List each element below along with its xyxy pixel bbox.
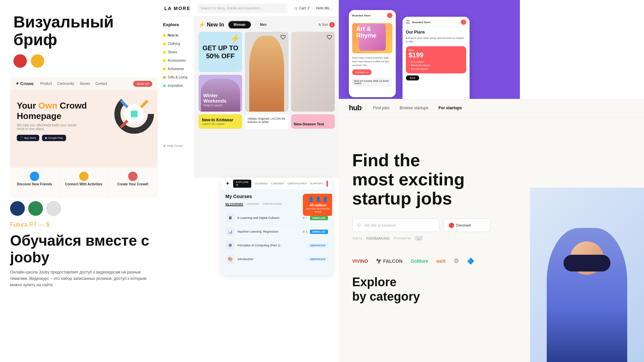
svg-line-3: [141, 101, 148, 107]
fashion-dot-accessories: [163, 59, 166, 62]
hub-main: Find themost excitingstartup jobs Job ti…: [339, 117, 644, 362]
fashion-knitwear-title: New-In Knitwear: [202, 118, 239, 122]
fashion-person-orange-card: [245, 32, 288, 112]
fashion-dot-newin: [163, 34, 166, 37]
fashion-product-card: Adidas Originals LXCON 94 trainers in wh…: [245, 114, 288, 129]
hub-nav-forstartups[interactable]: For startups: [438, 106, 462, 110]
app-book-button[interactable]: Book: [406, 75, 419, 80]
fashion-nav-newin[interactable]: New In: [158, 31, 194, 40]
courses-world-icons: 👤 👤 👤: [306, 196, 330, 202]
courses-row-2: 📊 Machine Learning: Regression B:4 ENROL…: [225, 225, 328, 239]
hub-location-input[interactable]: 🔴 Denmark: [443, 219, 490, 232]
jooby-color-green: [28, 201, 43, 216]
courses-name-2: Machine Learning: Regression: [237, 230, 300, 233]
crowd-signup-button[interactable]: SIGN UP: [133, 81, 152, 87]
app-award: Best Art Curator 2023 LA Artist Award: [352, 78, 392, 87]
google-play-button[interactable]: ▶ Google Play: [42, 135, 66, 141]
courses-icon-2: 📊: [225, 227, 235, 236]
crowd-nav-stories[interactable]: Stories: [79, 82, 90, 85]
fashion-promo-text: GET UP TO 50% OFF: [202, 44, 239, 60]
fashion-logo: LA MORE: [164, 6, 191, 11]
courses-tab-content[interactable]: CONTENT: [247, 202, 260, 206]
fashion-promo-deco: ⚡: [230, 34, 240, 43]
app-phone-plans-logo: Branded Store: [412, 21, 431, 24]
app-award-text: Best Art Curator 2023 LA Artist Award: [354, 80, 390, 84]
courses-btn-2[interactable]: ENROLLED: [310, 230, 328, 234]
fashion-filter-women[interactable]: Woman: [228, 21, 251, 28]
courses-btn-4[interactable]: CERTIFICATE: [307, 257, 328, 261]
app-contact-button[interactable]: Contact us: [352, 69, 372, 75]
crowd-nav-community[interactable]: Community: [57, 82, 74, 85]
fashion-search[interactable]: Search for items, brands and inspiration…: [197, 4, 287, 13]
hub-nav-findjobs[interactable]: Find jobs: [373, 106, 389, 110]
app-plans-sub: Enhance your skills today and become an …: [406, 37, 466, 44]
app-plans-header: Our Plans: [406, 30, 466, 35]
crowd-nav-product[interactable]: Product: [40, 82, 52, 85]
app-art-desc: Don't miss Flash Summer Sale from end fa…: [352, 56, 392, 67]
crowd-body: Your Own CrowdHomepage We help you effec…: [10, 90, 158, 144]
fashion-promo-card: ⚡ GET UP TO 50% OFF: [199, 32, 242, 72]
fashion-help-center[interactable]: Help Center: [163, 144, 333, 147]
fashion-section: LA MORE Search for items, brands and ins…: [158, 0, 339, 178]
fashion-filter-men[interactable]: Men: [255, 21, 272, 28]
hub-nav-browse[interactable]: Browse startups: [399, 106, 428, 110]
fashion-dot-clothing: [163, 43, 166, 45]
fashion-grid: ⚡ GET UP TO 50% OFF Winter Weekends Keep…: [199, 32, 335, 129]
app-phone-art-header: Branded Store: [349, 10, 396, 20]
courses-logo: ✦: [225, 180, 230, 187]
fashion-nav-clothing[interactable]: Clothing: [158, 40, 194, 48]
fashion-nav-gifts[interactable]: Gifts & Living: [158, 73, 194, 81]
crowd-footer-create: Create Your Crowd!: [108, 168, 158, 198]
hub-partner-gomore: GoMore: [411, 258, 428, 264]
svg-marker-8: [231, 59, 236, 69]
fashion-sneakers-wishlist-btn[interactable]: [327, 35, 332, 41]
crowd-logo: ✦ Crowe: [15, 81, 34, 86]
jooby-color-blue: [10, 201, 25, 216]
courses-learners-text: learners around the world: [306, 207, 330, 213]
fashion-hello: Hello Mo...: [316, 6, 332, 10]
fashion-dot-shoes: [163, 51, 166, 54]
courses-tab-certs[interactable]: CERTIFICATES: [263, 202, 282, 206]
courses-body: My Courses My COURSES CONTENT CERTIFICAT…: [221, 190, 332, 270]
fashion-nav-accessories[interactable]: Accessories: [158, 56, 194, 65]
courses-row-4: 🎨 Introduction CERTIFICATE: [225, 252, 328, 266]
courses-tab-mycourses[interactable]: My COURSES: [225, 202, 243, 206]
crowd-footer: Discover New Friends Connect With Activi…: [10, 168, 158, 198]
courses-name-1: E-Learning and Digital Cultures: [237, 216, 300, 220]
hub-sold-by-name: RAINMAKING: [366, 236, 390, 240]
fashion-section-title: ⚡ New In: [199, 21, 224, 28]
courses-btn-3[interactable]: CERTIFICATE: [307, 243, 328, 248]
app-phone-plans-dot: [461, 19, 466, 25]
fashion-product-name: Adidas Originals LXCON 94 trainers in wh…: [248, 117, 286, 124]
fashion-knitwear-card: New-In Knitwear Layers. On. Layers: [199, 114, 242, 129]
hub-search-input[interactable]: Job title or keyword: [352, 219, 439, 232]
hub-partner-welt: welt: [436, 258, 445, 264]
app-store-button[interactable]: 📱 App Store: [17, 135, 39, 141]
svg-rect-5: [131, 111, 138, 117]
fashion-winter-title: Winter Weekends: [203, 93, 237, 104]
fashion-new-season-card: New-Season Text: [291, 114, 335, 129]
courses-explore-btn[interactable]: EXPLORE ▼: [233, 180, 251, 188]
hub-location-text: Denmark: [456, 223, 471, 227]
hub-section: hub· Find jobs Browse startups For start…: [339, 99, 644, 362]
fashion-sort[interactable]: ⇅ Sort 1: [318, 22, 335, 27]
courses-btn-1[interactable]: ENROLLED: [310, 216, 328, 220]
app-phone-plans: ☰ Branded Store Our Plans Enhance your s…: [402, 17, 470, 99]
fashion-nav-inspiration[interactable]: Inspiration: [158, 81, 194, 90]
crowd-footer-friends: Discover New Friends: [10, 168, 59, 198]
app-phone-art: Branded Store Art &Rhyme Don't miss Flas…: [349, 10, 396, 97]
fashion-main: ⚡ New In Woman Men ⇅ Sort 1 ⚡ GET UP TO …: [195, 17, 339, 178]
app-phone-art-body: Art &Rhyme Don't miss Flash Summer Sale …: [349, 20, 396, 90]
app-phone-plans-menu-icon: ☰: [406, 19, 410, 25]
app-price-card: Basic $199 ✓ Live support✓ Advanced supp…: [406, 46, 466, 74]
fashion-person-orange: [249, 36, 284, 112]
crowd-deco-arc: [114, 94, 154, 134]
crowd-nav-links: Product Community Stories Contact: [40, 82, 107, 85]
courses-grade-1: B:7: [303, 216, 307, 220]
fashion-nav-shoes[interactable]: Shoes: [158, 48, 194, 56]
fashion-wishlist-btn[interactable]: [280, 35, 286, 41]
fashion-nav-activewear[interactable]: Activewear: [158, 65, 194, 73]
crowd-nav-contact[interactable]: Contact: [96, 82, 107, 85]
app-price-label: Basic: [409, 49, 464, 51]
brief-title: Визуальный бриф: [13, 13, 144, 49]
